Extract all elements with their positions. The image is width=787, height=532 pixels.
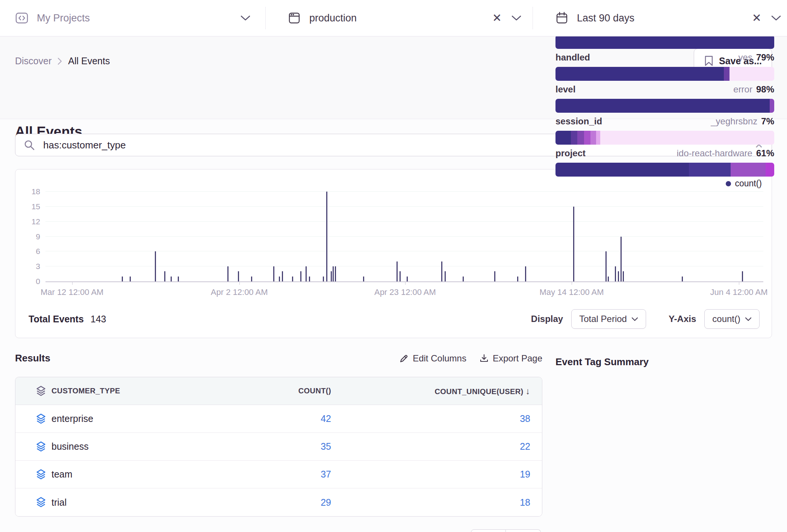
chart-gridline — [45, 251, 763, 251]
tag-bar-segment[interactable] — [590, 131, 596, 145]
y-axis-tick-label: 18 — [21, 187, 40, 196]
tag-bar-segment[interactable] — [555, 67, 724, 81]
calendar-icon — [555, 11, 569, 25]
tag-top-value: error — [733, 84, 752, 95]
chart-bar — [155, 251, 156, 281]
chart-bar — [279, 277, 280, 281]
chart-bar — [227, 266, 229, 281]
count-value-link[interactable]: 37 — [321, 469, 331, 479]
tag-bar-segment[interactable] — [689, 163, 731, 177]
layers-icon[interactable] — [30, 497, 51, 508]
tag-summary-row: levelerror98% — [555, 84, 774, 113]
tag-bar-segment[interactable] — [596, 131, 601, 145]
y-axis-tick-label: 6 — [21, 247, 40, 256]
chevron-down-icon[interactable] — [512, 15, 521, 21]
pagination — [471, 529, 541, 532]
tag-bar-segment[interactable] — [766, 163, 774, 177]
table-row: team3719 — [15, 461, 542, 488]
x-axis-tick-label: May 14 12:00 AM — [539, 287, 604, 297]
chart-bar — [171, 277, 172, 281]
x-axis-tick-label: Jun 4 12:00 AM — [710, 287, 768, 297]
x-axis-tick — [572, 281, 572, 285]
tag-summary-row: projectido-react-hardware61% — [555, 148, 774, 177]
count-unique-user-value-link[interactable]: 38 — [520, 413, 530, 424]
count-unique-user-value-link[interactable]: 22 — [520, 441, 530, 452]
chart-gridline — [45, 266, 763, 266]
chart-bar — [300, 271, 301, 281]
display-label: Display — [531, 314, 563, 324]
cell-count: 37 — [247, 469, 331, 480]
count-value-link[interactable]: 29 — [321, 497, 331, 508]
pagination-prev-button[interactable] — [471, 529, 506, 532]
legend-label: count() — [735, 178, 762, 189]
column-header-count[interactable]: COUNT() — [247, 387, 331, 395]
layers-icon[interactable] — [30, 469, 51, 480]
tag-bar-segment[interactable] — [577, 131, 584, 145]
display-dropdown[interactable]: Total Period — [571, 309, 646, 329]
layers-icon — [30, 385, 51, 397]
tag-top-value: yes — [739, 52, 752, 63]
tag-bar-segment[interactable] — [729, 67, 774, 81]
results-table: CUSTOMER_TYPE COUNT() COUNT_UNIQUE(USER)… — [15, 377, 542, 517]
total-events-value: 143 — [91, 314, 106, 325]
pagination-next-button[interactable] — [506, 529, 541, 532]
chevron-down-icon[interactable] — [241, 15, 250, 21]
clear-environment-icon[interactable]: ✕ — [492, 12, 502, 24]
chart-bar — [573, 207, 574, 281]
environment-selector[interactable]: production ✕ — [266, 0, 533, 36]
tag-bar-segment[interactable] — [555, 99, 770, 113]
discover-page: My Projects production ✕ — [0, 0, 787, 532]
column-header-count-unique-user[interactable]: COUNT_UNIQUE(USER)↓ — [331, 386, 530, 396]
legend-item-count[interactable]: count() — [726, 178, 762, 189]
tag-bar-segment[interactable] — [731, 163, 766, 177]
count-value-link[interactable]: 42 — [321, 413, 331, 424]
tag-distribution-bar — [555, 67, 774, 81]
count-unique-user-value-link[interactable]: 18 — [520, 497, 530, 508]
layers-icon[interactable] — [30, 413, 51, 425]
tag-bar-segment[interactable] — [571, 131, 577, 145]
tag-bar-segment[interactable] — [600, 131, 774, 145]
project-selector[interactable]: My Projects — [0, 0, 265, 36]
x-axis-tick — [239, 281, 240, 285]
chevron-down-icon[interactable] — [771, 15, 781, 21]
breadcrumb-discover[interactable]: Discover — [15, 56, 51, 66]
chart-footer: Total Events 143 Display Total Period Y-… — [15, 305, 772, 338]
legend-dot — [726, 181, 731, 186]
chart-bar — [742, 271, 743, 281]
chart-bar — [463, 277, 464, 281]
date-range-selector[interactable]: Last 90 days ✕ — [533, 0, 787, 36]
tag-bar-segment[interactable] — [555, 35, 774, 49]
count-unique-user-value-link[interactable]: 19 — [520, 469, 530, 479]
chart-bar — [178, 277, 179, 281]
y-axis-dropdown[interactable]: count() — [704, 309, 760, 329]
clear-date-range-icon[interactable]: ✕ — [752, 12, 761, 24]
chart-bar — [309, 277, 310, 281]
cell-customer-type: enterprise — [51, 413, 247, 424]
column-header-customer-type[interactable]: CUSTOMER_TYPE — [51, 387, 247, 395]
y-axis-tick-label: 12 — [21, 217, 40, 226]
chart-bar — [306, 266, 307, 281]
chart-bar — [623, 271, 624, 281]
count-value-link[interactable]: 35 — [321, 441, 331, 452]
tag-bar-segment[interactable] — [555, 163, 689, 177]
chart-bar — [407, 277, 408, 281]
events-bar-chart: 0369121518Mar 12 12:00 AMApr 2 12:00 AMA… — [45, 192, 763, 282]
chart-bar — [164, 271, 165, 281]
tag-bar-segment[interactable] — [770, 99, 774, 113]
environment-label: production — [309, 12, 357, 24]
tag-bar-segment[interactable] — [724, 67, 729, 81]
chart-bar — [517, 277, 518, 281]
layers-icon[interactable] — [30, 441, 51, 452]
export-page-button[interactable]: Export Page — [479, 353, 542, 364]
table-row: trial2918 — [15, 488, 542, 516]
chart-bar — [238, 271, 239, 281]
tag-bar-segment[interactable] — [584, 131, 590, 145]
tag-row-header: levelerror98% — [555, 84, 774, 95]
edit-columns-button[interactable]: Edit Columns — [399, 353, 466, 364]
breadcrumb: Discover All Events — [15, 56, 110, 66]
tag-percent: 7% — [761, 116, 774, 127]
search-icon — [24, 139, 35, 151]
y-axis-tick-label: 15 — [21, 202, 40, 211]
chart-gridline — [45, 191, 763, 192]
tag-bar-segment[interactable] — [555, 131, 571, 145]
